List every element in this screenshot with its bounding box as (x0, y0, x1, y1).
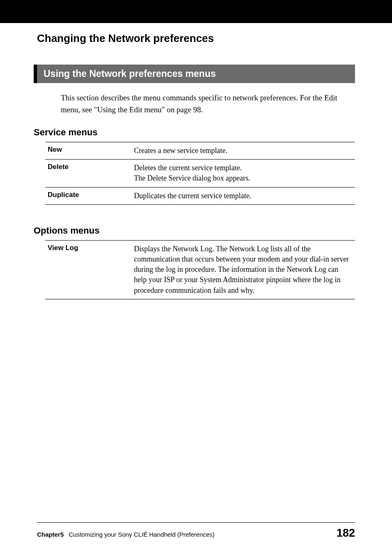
table-row: View Log Displays the Network Log. The N… (45, 240, 355, 299)
section-heading: Using the Network preferences menus (34, 65, 355, 83)
page-footer: Chapter5 Customizing your Sony CLIÉ Hand… (37, 522, 355, 540)
menu-description: Deletes the current service template. Th… (131, 160, 355, 187)
page-title: Changing the Network preferences (37, 32, 355, 45)
intro-paragraph: This section describes the menu commands… (61, 92, 355, 116)
menu-label: View Log (45, 240, 131, 299)
menu-description: Displays the Network Log. The Network Lo… (131, 240, 355, 299)
footer-page-number: 182 (337, 527, 355, 540)
menu-description: Creates a new service template. (131, 142, 355, 160)
menu-label: Delete (45, 160, 131, 187)
footer-chapter-label: Chapter5 (37, 531, 64, 538)
menu-label: New (45, 142, 131, 160)
service-menus-heading: Service menus (34, 127, 355, 138)
footer-chapter-title: Customizing your Sony CLIÉ Handheld (Pre… (69, 531, 214, 538)
footer-chapter-info: Chapter5 Customizing your Sony CLIÉ Hand… (37, 531, 214, 538)
table-row: Duplicate Duplicates the current service… (45, 187, 355, 204)
options-menus-heading: Options menus (34, 225, 355, 236)
menu-description: Duplicates the current service template. (131, 187, 355, 204)
table-row: Delete Deletes the current service templ… (45, 160, 355, 187)
table-row: New Creates a new service template. (45, 142, 355, 160)
header-bar (0, 0, 392, 23)
menu-label: Duplicate (45, 187, 131, 204)
service-menus-table: New Creates a new service template. Dele… (45, 142, 355, 205)
content-area: Changing the Network preferences Using t… (0, 32, 392, 299)
options-menus-table: View Log Displays the Network Log. The N… (45, 240, 355, 299)
